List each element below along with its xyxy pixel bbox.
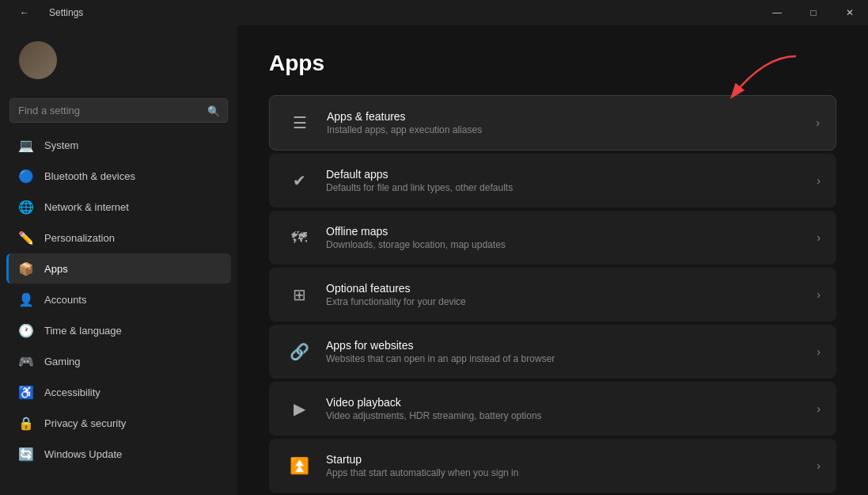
sidebar-item-label: Network & internet xyxy=(44,201,129,213)
settings-item-description: Extra functionality for your device xyxy=(326,296,810,307)
nav-list: 💻 System 🔵 Bluetooth & devices 🌐 Network… xyxy=(0,129,237,470)
privacy-icon: 🔒 xyxy=(19,416,33,430)
settings-item-offline-maps[interactable]: 🗺 Offline maps Downloads, storage locati… xyxy=(269,211,836,265)
sidebar-item-accounts[interactable]: 👤 Accounts xyxy=(6,284,231,314)
sidebar-item-label: Privacy & security xyxy=(44,417,126,429)
time-icon: 🕐 xyxy=(19,323,33,337)
settings-item-text: Apps & features Installed apps, app exec… xyxy=(327,110,809,135)
network-icon: 🌐 xyxy=(19,200,33,214)
settings-item-default-apps[interactable]: ✔ Default apps Defaults for file and lin… xyxy=(269,154,836,208)
settings-item-description: Defaults for file and link types, other … xyxy=(326,182,810,193)
settings-item-apps-websites[interactable]: 🔗 Apps for websites Websites that can op… xyxy=(269,325,836,379)
settings-item-text: Default apps Defaults for file and link … xyxy=(326,168,810,193)
sidebar-item-label: System xyxy=(44,139,78,151)
settings-item-title: Apps & features xyxy=(327,110,809,123)
maximize-button[interactable]: □ xyxy=(795,0,832,25)
chevron-right-icon: › xyxy=(817,402,821,415)
settings-item-description: Downloads, storage location, map updates xyxy=(326,239,810,250)
search-icon: 🔍 xyxy=(207,105,220,116)
settings-item-title: Startup xyxy=(326,453,810,466)
chevron-right-icon: › xyxy=(817,459,821,472)
sidebar-item-accessibility[interactable]: ♿ Accessibility xyxy=(6,377,231,407)
sidebar-item-system[interactable]: 💻 System xyxy=(6,130,231,160)
sidebar-item-bluetooth[interactable]: 🔵 Bluetooth & devices xyxy=(6,161,231,191)
default-apps-icon: ✔ xyxy=(285,166,313,195)
sidebar-item-apps[interactable]: 📦 Apps xyxy=(6,253,231,284)
system-icon: 💻 xyxy=(19,138,33,152)
sidebar-item-network[interactable]: 🌐 Network & internet xyxy=(6,192,231,222)
settings-item-video-playback[interactable]: ▶ Video playback Video adjustments, HDR … xyxy=(269,382,836,436)
chevron-right-icon: › xyxy=(817,288,821,301)
settings-item-text: Optional features Extra functionality fo… xyxy=(326,282,810,307)
sidebar-item-time[interactable]: 🕐 Time & language xyxy=(6,315,231,345)
settings-item-title: Apps for websites xyxy=(326,339,810,352)
windows-update-icon: 🔄 xyxy=(19,447,33,461)
settings-item-startup[interactable]: ⏫ Startup Apps that start automatically … xyxy=(269,439,836,493)
back-button[interactable]: ← xyxy=(6,0,43,25)
offline-maps-icon: 🗺 xyxy=(285,223,313,252)
settings-item-description: Websites that can open in an app instead… xyxy=(326,353,810,364)
titlebar: ← Settings — □ ✕ xyxy=(0,0,868,25)
sidebar-item-windows-update[interactable]: 🔄 Windows Update xyxy=(6,439,231,469)
sidebar-item-label: Windows Update xyxy=(44,448,122,460)
settings-item-description: Installed apps, app execution aliases xyxy=(327,124,809,135)
main-area: 🔍 💻 System 🔵 Bluetooth & devices 🌐 Netwo… xyxy=(0,25,868,495)
apps-websites-icon: 🔗 xyxy=(285,337,313,366)
user-profile[interactable] xyxy=(6,32,231,89)
settings-item-description: Video adjustments, HDR streaming, batter… xyxy=(326,410,810,421)
sidebar-item-label: Bluetooth & devices xyxy=(44,170,135,182)
sidebar-item-label: Accounts xyxy=(44,294,86,306)
settings-item-text: Video playback Video adjustments, HDR st… xyxy=(326,396,810,421)
bluetooth-icon: 🔵 xyxy=(19,169,33,183)
chevron-right-icon: › xyxy=(816,116,820,129)
settings-list: ☰ Apps & features Installed apps, app ex… xyxy=(269,95,836,493)
content-area: Apps ☰ Apps & features Installed apps, a… xyxy=(237,25,868,495)
search-input[interactable] xyxy=(9,98,228,123)
close-button[interactable]: ✕ xyxy=(832,0,868,25)
personalization-icon: ✏️ xyxy=(19,230,33,245)
sidebar-item-label: Personalization xyxy=(44,232,115,244)
optional-features-icon: ⊞ xyxy=(285,280,313,309)
settings-item-text: Apps for websites Websites that can open… xyxy=(326,339,810,364)
settings-item-text: Offline maps Downloads, storage location… xyxy=(326,225,810,250)
apps-features-icon: ☰ xyxy=(286,109,314,137)
search-container: 🔍 xyxy=(0,92,237,129)
accessibility-icon: ♿ xyxy=(19,385,33,399)
chevron-right-icon: › xyxy=(817,231,821,244)
chevron-right-icon: › xyxy=(817,345,821,358)
sidebar-item-label: Apps xyxy=(44,263,68,275)
titlebar-title: Settings xyxy=(49,7,83,18)
settings-item-title: Video playback xyxy=(326,396,810,409)
sidebar-item-personalization[interactable]: ✏️ Personalization xyxy=(6,223,231,253)
sidebar-item-label: Time & language xyxy=(44,325,122,337)
page-title: Apps xyxy=(269,51,836,76)
sidebar: 🔍 💻 System 🔵 Bluetooth & devices 🌐 Netwo… xyxy=(0,25,237,495)
settings-item-optional-features[interactable]: ⊞ Optional features Extra functionality … xyxy=(269,268,836,322)
video-playback-icon: ▶ xyxy=(285,394,313,423)
avatar xyxy=(19,41,57,79)
sidebar-item-label: Accessibility xyxy=(44,386,100,398)
settings-item-description: Apps that start automatically when you s… xyxy=(326,467,810,478)
titlebar-left: ← Settings xyxy=(6,0,83,25)
settings-item-title: Default apps xyxy=(326,168,810,181)
startup-icon: ⏫ xyxy=(285,451,313,480)
settings-item-apps-features[interactable]: ☰ Apps & features Installed apps, app ex… xyxy=(269,95,836,150)
settings-item-title: Optional features xyxy=(326,282,810,295)
apps-icon: 📦 xyxy=(19,261,33,276)
sidebar-item-label: Gaming xyxy=(44,356,81,367)
settings-item-text: Startup Apps that start automatically wh… xyxy=(326,453,810,478)
chevron-right-icon: › xyxy=(817,174,821,187)
minimize-button[interactable]: — xyxy=(759,0,795,25)
gaming-icon: 🎮 xyxy=(19,354,33,368)
sidebar-item-privacy[interactable]: 🔒 Privacy & security xyxy=(6,408,231,438)
sidebar-item-gaming[interactable]: 🎮 Gaming xyxy=(6,346,231,376)
titlebar-controls: — □ ✕ xyxy=(759,0,868,25)
accounts-icon: 👤 xyxy=(19,292,33,307)
settings-item-title: Offline maps xyxy=(326,225,810,238)
back-icon: ← xyxy=(20,7,29,18)
